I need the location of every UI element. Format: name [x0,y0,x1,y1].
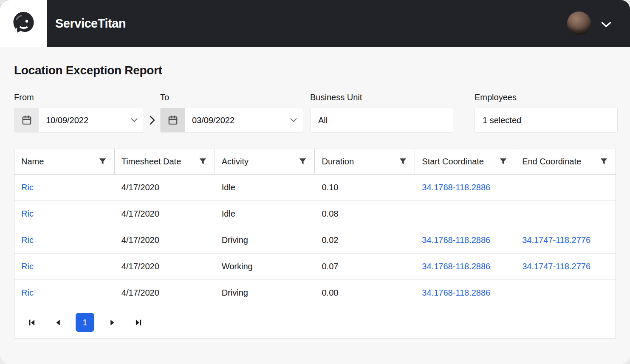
filter-funnel-icon[interactable] [497,156,509,167]
current-page-button[interactable]: 1 [76,313,94,332]
duration-cell: 0.10 [315,175,415,200]
column-label: End Coordinate [522,157,598,166]
table-row: Ric 4/17/2020 Driving 0.00 34.1768-118.2… [14,280,616,306]
table-header-row: Name Timesheet Date Activity [14,149,616,175]
activity-cell: Idle [215,201,315,227]
chevron-down-icon [290,118,297,122]
filter-funnel-icon[interactable] [97,156,108,167]
column-header-name: Name [14,149,115,174]
to-label: To [160,93,303,102]
end-coordinate-link[interactable]: 34.1747-118.2776 [515,254,616,279]
activity-cell: Driving [215,280,315,306]
start-coordinate-link[interactable]: 34.1768-118.2886 [415,227,515,253]
filter-bar: From 10/09/2022 [14,93,616,133]
filter-funnel-icon[interactable] [598,156,610,167]
duration-cell: 0.02 [315,227,415,253]
servicetitan-logo[interactable] [0,0,47,47]
employees-select[interactable]: 1 selected [475,108,618,133]
start-coordinate-link[interactable]: 34.1768-118.2886 [415,175,515,200]
filter-funnel-icon[interactable] [297,156,308,167]
column-label: Name [21,157,97,166]
activity-cell: Driving [215,227,315,253]
duration-cell: 0.00 [315,280,415,306]
end-coordinate-link [515,280,616,306]
first-page-button[interactable] [23,314,40,331]
table-row: Ric 4/17/2020 Idle 0.08 [14,201,616,227]
start-coordinate-link [415,201,515,227]
pagination-bar: 1 [14,306,616,339]
main-content: Location Exception Report From 10/09/202… [0,64,630,339]
end-coordinate-link [515,201,616,227]
top-bar: ServiceTitan [0,0,630,47]
business-unit-filter: Business Unit All [310,93,453,133]
calendar-icon [161,108,185,132]
last-page-button[interactable] [130,314,147,331]
activity-cell: Idle [215,175,315,200]
table-row: Ric 4/17/2020 Working 0.07 34.1768-118.2… [14,254,616,280]
timesheet-date-cell: 4/17/2020 [115,201,215,227]
filter-funnel-icon[interactable] [397,156,409,167]
table-row: Ric 4/17/2020 Driving 0.02 34.1768-118.2… [14,227,616,254]
column-label: Start Coordinate [422,157,497,166]
to-filter: To 03/09/2022 [160,93,303,133]
calendar-icon [14,108,39,132]
column-header-activity: Activity [215,149,315,174]
column-header-duration: Duration [315,149,415,174]
column-label: Activity [222,157,297,166]
chevron-down-icon [131,118,138,122]
avatar[interactable] [567,11,591,35]
name-cell-link[interactable]: Ric [14,227,115,253]
timesheet-date-cell: 4/17/2020 [115,254,215,279]
duration-cell: 0.08 [315,201,415,227]
app-window: ServiceTitan Location Exception Report F… [0,0,630,364]
servicetitan-mascot-icon [10,10,37,37]
report-table: Name Timesheet Date Activity [14,149,616,339]
end-coordinate-link [515,175,616,200]
name-cell-link[interactable]: Ric [14,254,115,279]
column-header-timesheet-date: Timesheet Date [115,149,215,174]
column-header-end-coordinate: End Coordinate [515,149,616,174]
start-coordinate-link[interactable]: 34.1768-118.2886 [415,254,515,279]
name-cell-link[interactable]: Ric [14,201,115,227]
previous-page-button[interactable] [49,314,66,331]
activity-cell: Working [215,254,315,279]
start-coordinate-link[interactable]: 34.1768-118.2886 [415,280,515,306]
table-row: Ric 4/17/2020 Idle 0.10 34.1768-118.2886 [14,175,616,201]
filter-funnel-icon[interactable] [197,156,209,167]
timesheet-date-cell: 4/17/2020 [115,227,215,253]
employees-value: 1 selected [483,116,521,125]
table-body: Ric 4/17/2020 Idle 0.10 34.1768-118.2886… [14,175,616,306]
page-title: Location Exception Report [14,64,616,77]
timesheet-date-cell: 4/17/2020 [115,175,215,200]
brand-name: ServiceTitan [55,17,126,31]
column-header-start-coordinate: Start Coordinate [415,149,515,174]
employees-filter: Employees 1 selected [475,93,618,133]
business-unit-value: All [318,116,328,125]
to-date-picker[interactable]: 03/09/2022 [160,108,303,133]
from-filter: From 10/09/2022 [14,93,144,133]
from-date-value: 10/09/2022 [46,116,131,125]
business-unit-select[interactable]: All [310,108,453,133]
end-coordinate-link[interactable]: 34.1747-118.2776 [515,227,616,253]
from-date-picker[interactable]: 10/09/2022 [14,108,144,133]
from-label: From [14,93,144,102]
to-date-value: 03/09/2022 [192,116,290,125]
business-unit-label: Business Unit [310,93,453,102]
duration-cell: 0.07 [315,254,415,279]
column-label: Timesheet Date [121,157,197,166]
range-chevron-right-icon [144,108,160,133]
account-chevron-down-icon[interactable] [601,22,611,28]
next-page-button[interactable] [104,314,121,331]
name-cell-link[interactable]: Ric [14,280,115,306]
name-cell-link[interactable]: Ric [14,175,115,200]
column-label: Duration [322,157,397,166]
employees-label: Employees [475,93,618,102]
timesheet-date-cell: 4/17/2020 [115,280,215,306]
